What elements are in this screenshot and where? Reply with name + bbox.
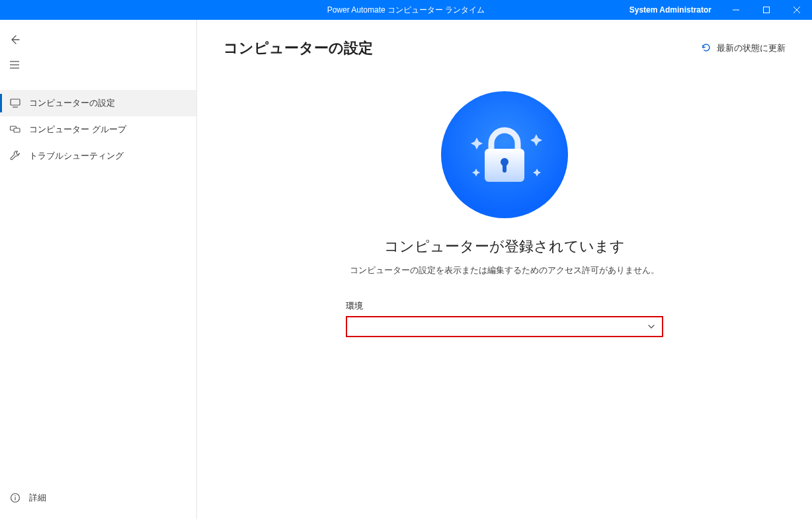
status-title: コンピューターが登録されています <box>384 237 625 257</box>
svg-rect-16 <box>503 163 507 173</box>
maximize-icon <box>763 7 770 13</box>
info-icon <box>9 492 21 504</box>
nav-item-details[interactable]: 詳細 <box>0 485 196 511</box>
nav-item-label: コンピューター グループ <box>29 124 126 136</box>
window-maximize-button[interactable] <box>751 0 782 20</box>
monitor-icon <box>9 97 21 109</box>
title-bar: Power Automate コンピューター ランタイム System Admi… <box>0 0 812 20</box>
refresh-button[interactable]: 最新の状態に更新 <box>701 42 786 55</box>
nav-item-label: トラブルシューティング <box>29 150 124 162</box>
svg-rect-10 <box>14 128 20 132</box>
sidebar-top <box>0 20 196 77</box>
nav-item-computer-settings[interactable]: コンピューターの設定 <box>0 90 196 116</box>
status-medallion <box>441 91 568 218</box>
content-header: コンピューターの設定 最新の状態に更新 <box>223 38 786 58</box>
page-title: コンピューターの設定 <box>223 38 373 58</box>
nav-item-troubleshooting[interactable]: トラブルシューティング <box>0 143 196 169</box>
svg-rect-7 <box>11 99 20 105</box>
account-name[interactable]: System Administrator <box>620 0 721 20</box>
computer-group-icon <box>9 124 21 136</box>
svg-rect-1 <box>764 7 770 13</box>
environment-dropdown[interactable] <box>346 316 663 337</box>
arrow-left-icon <box>9 34 20 45</box>
sidebar-bottom: 詳細 <box>0 477 196 519</box>
nav-item-computer-group[interactable]: コンピューター グループ <box>0 116 196 143</box>
lock-icon <box>455 105 554 204</box>
status-area: コンピューターが登録されています コンピューターの設定を表示または編集するための… <box>223 91 786 337</box>
sidebar: コンピューターの設定 コンピューター グループ トラブルシューティング <box>0 20 197 519</box>
close-icon <box>793 7 800 13</box>
window-title: Power Automate コンピューター ランタイム <box>327 5 485 16</box>
chevron-down-icon <box>647 323 655 331</box>
svg-point-12 <box>15 495 16 497</box>
hamburger-button[interactable] <box>0 53 29 77</box>
body: コンピューターの設定 コンピューター グループ トラブルシューティング <box>0 20 812 519</box>
hamburger-icon <box>9 60 20 70</box>
environment-label: 環境 <box>346 300 663 312</box>
refresh-label: 最新の状態に更新 <box>717 42 786 54</box>
window-minimize-button[interactable] <box>721 0 751 20</box>
window-close-button[interactable] <box>782 0 812 20</box>
status-description: コンピューターの設定を表示または編集するためのアクセス許可がありません。 <box>350 264 659 276</box>
title-bar-right: System Administrator <box>620 0 812 20</box>
nav-item-label: コンピューターの設定 <box>29 97 115 109</box>
refresh-icon <box>701 42 711 55</box>
minimize-icon <box>733 7 739 13</box>
back-button[interactable] <box>0 28 29 52</box>
nav: コンピューターの設定 コンピューター グループ トラブルシューティング <box>0 90 196 169</box>
nav-item-label: 詳細 <box>29 492 46 504</box>
main: コンピューターの設定 最新の状態に更新 <box>197 20 812 519</box>
wrench-icon <box>9 150 21 162</box>
environment-field: 環境 <box>346 300 663 337</box>
